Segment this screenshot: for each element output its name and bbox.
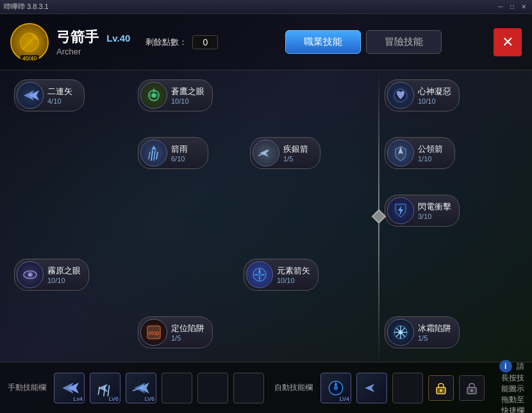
skill-stop-trap[interactable]: stop 定位陷阱 1/5	[138, 316, 213, 348]
skill-level: 3/10	[418, 213, 451, 220]
skill-ice-trap[interactable]: 冰霜陷阱 1/5	[385, 316, 460, 348]
skill-name: 閃電衝擊	[418, 201, 451, 213]
skill-level: 1/5	[418, 334, 451, 342]
char-info: 弓箭手 Lv.40 Archer	[56, 28, 130, 56]
skill-level: 10/10	[171, 97, 204, 105]
svg-line-10	[154, 150, 155, 161]
points-value: 0	[192, 35, 218, 49]
avatar-level: 40/40	[21, 55, 39, 61]
svg-point-21	[399, 330, 403, 334]
skill-tree-divider	[378, 70, 379, 362]
manual-slot-2[interactable]: LV6	[90, 373, 121, 403]
lock-button-1[interactable]	[428, 375, 454, 401]
manual-slot-4[interactable]	[162, 373, 192, 403]
skill-icon-heart-focus	[387, 82, 414, 109]
skill-info-defense-arrow: 公領箭 1/10	[418, 143, 443, 163]
skill-wind-arrow[interactable]: 疾銀箭 1/5	[250, 137, 320, 169]
auto-slot-3[interactable]	[392, 373, 423, 403]
skills-right-panel: 心神凝惡 10/10 公領箭 1/10	[378, 70, 532, 362]
skill-name: 定位陷阱	[171, 323, 204, 334]
skill-level: 1/5	[171, 334, 204, 342]
hint-area: i 請長按技能圖示拖動至快捷欄	[495, 360, 524, 414]
titlebar-close-icon[interactable]: ✕	[519, 3, 528, 12]
svg-line-9	[151, 150, 153, 161]
skill-name: 疾銀箭	[283, 143, 308, 155]
skill-info-element-arrow: 元素箭矢 10/10	[277, 265, 310, 284]
skill-element-arrow[interactable]: 元素箭矢 10/10	[244, 259, 319, 291]
skill-level: 6/10	[171, 155, 188, 163]
tab-adventure-skills[interactable]: 冒險技能	[366, 30, 442, 54]
auto-slot-1[interactable]: LV4	[320, 373, 351, 403]
manual-slot-5[interactable]	[197, 373, 228, 403]
skill-arrow-rain[interactable]: 箭雨 6/10	[138, 137, 208, 169]
points-display: 剩餘點數： 0	[145, 35, 218, 49]
skill-level: 10/10	[418, 97, 451, 105]
lock-button-2[interactable]	[459, 375, 485, 401]
skill-level: 1/5	[283, 155, 308, 163]
svg-point-28	[440, 389, 442, 392]
skill-level: 4/10	[47, 97, 72, 105]
skill-icon-wind-arrow	[253, 140, 279, 166]
char-class: Archer	[56, 47, 130, 56]
skill-name: 二連矢	[47, 86, 72, 97]
skill-icon-ice-trap	[387, 319, 414, 346]
character-header: 40/40 弓箭手 Lv.40 Archer 剩餘點數： 0 職業技能 冒險技能…	[0, 14, 532, 70]
manual-slot-3[interactable]: LV6	[126, 373, 156, 403]
skill-name: 公領箭	[418, 143, 443, 155]
skill-eagle-eye[interactable]: 蒼鷹之眼 10/10	[138, 79, 213, 111]
skill-info-double-arrow: 二連矢 4/10	[47, 86, 72, 105]
auto-slot-2[interactable]	[356, 373, 387, 403]
slot-level: LV6	[109, 396, 119, 402]
skill-name: 霧原之眼	[47, 265, 81, 277]
skill-icon-element-arrow	[246, 261, 273, 288]
skills-left-panel: 二連矢 4/10 蒼鷹之眼 10/10	[0, 70, 378, 362]
svg-line-22	[98, 386, 99, 394]
skill-thunder[interactable]: 閃電衝擊 3/10	[385, 195, 460, 227]
skill-info-fog-eye: 霧原之眼 10/10	[47, 265, 81, 284]
skill-icon-double-arrow	[17, 82, 44, 109]
svg-point-14	[29, 273, 31, 276]
svg-point-5	[22, 47, 24, 50]
skill-icon-fog-eye	[17, 261, 44, 288]
maximize-icon[interactable]: □	[508, 3, 517, 12]
svg-text:stop: stop	[148, 330, 159, 336]
skill-double-arrow[interactable]: 二連矢 4/10	[14, 79, 85, 111]
skill-name: 元素箭矢	[277, 265, 310, 277]
skill-heart-focus[interactable]: 心神凝惡 10/10	[385, 79, 460, 111]
skill-name: 蒼鷹之眼	[171, 86, 204, 97]
skill-info-heart-focus: 心神凝惡 10/10	[418, 86, 451, 105]
char-name: 弓箭手 Lv.40	[56, 28, 130, 47]
svg-line-8	[149, 152, 150, 159]
title-bar: 哔嗶哔 3.8.3.1 ─ □ ✕	[0, 0, 532, 14]
close-button[interactable]: ✕	[494, 28, 522, 56]
skill-icon-defense-arrow	[387, 140, 414, 166]
slot-level: Lv4	[73, 396, 83, 402]
skill-defense-arrow[interactable]: 公領箭 1/10	[385, 137, 455, 169]
window-controls: ─ □ ✕	[496, 3, 528, 12]
main-panel: 40/40 弓箭手 Lv.40 Archer 剩餘點數： 0 職業技能 冒險技能…	[0, 14, 532, 413]
svg-point-7	[152, 93, 156, 97]
skill-level: 10/10	[47, 277, 81, 284]
tab-buttons: 職業技能 冒險技能	[244, 30, 483, 54]
manual-slot-6[interactable]	[233, 373, 264, 403]
skill-icon-eagle-eye	[140, 82, 167, 109]
skill-icon-arrow-rain	[140, 140, 167, 166]
slot-level: LV6	[145, 396, 154, 402]
avatar: 40/40	[10, 23, 49, 61]
manual-slot-1[interactable]: Lv4	[54, 373, 85, 403]
tab-job-skills[interactable]: 職業技能	[285, 30, 361, 54]
skill-name: 箭雨	[171, 143, 188, 155]
svg-point-30	[470, 389, 473, 392]
skill-level: 10/10	[277, 277, 310, 284]
skill-info-ice-trap: 冰霜陷阱 1/5	[418, 323, 451, 342]
svg-line-24	[108, 385, 109, 396]
bottom-hotbar: 手動技能欄 Lv4 LV6 LV6	[0, 362, 532, 413]
skill-level: 1/10	[418, 155, 443, 163]
svg-point-26	[334, 385, 338, 389]
skill-fog-eye[interactable]: 霧原之眼 10/10	[14, 259, 89, 291]
minimize-icon[interactable]: ─	[496, 3, 505, 12]
skills-area: 二連矢 4/10 蒼鷹之眼 10/10	[0, 70, 532, 362]
points-label: 剩餘點數：	[145, 36, 187, 48]
skill-info-stop-trap: 定位陷阱 1/5	[171, 323, 204, 342]
svg-line-11	[156, 152, 158, 159]
